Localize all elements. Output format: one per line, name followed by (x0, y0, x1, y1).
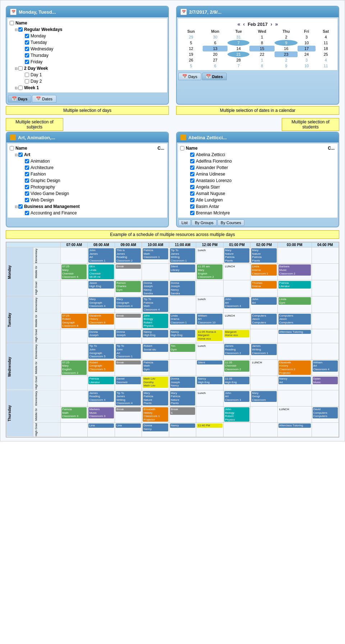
schedule-event[interactable]: LUNCH (224, 314, 249, 318)
schedule-event[interactable]: Linda Gym (279, 297, 311, 305)
calendar-day-cell[interactable]: 3 (298, 57, 316, 63)
schedule-event[interactable]: Computers Jason Computers (251, 314, 276, 325)
tree-item[interactable]: Friday (9, 59, 166, 65)
tree-item[interactable]: Architecture (9, 164, 166, 171)
schedule-event[interactable]: Robert Social stu (143, 344, 168, 352)
item-checkbox[interactable] (190, 165, 194, 170)
expand-icon[interactable]: ⊟ (15, 205, 18, 209)
schedule-event[interactable]: 11:35 High Eng (224, 377, 249, 384)
schedule-event[interactable]: Patricia Literatur (88, 377, 114, 384)
tree-item[interactable]: Adelfina Fiorentino (179, 158, 336, 164)
calendar-day-cell[interactable]: 1 (249, 34, 275, 40)
tree-item[interactable]: Web Design (9, 197, 166, 203)
schedule-event[interactable]: Patricia Math Classroom 1 (143, 248, 168, 259)
item-checkbox[interactable] (190, 159, 194, 163)
calendar-day-cell[interactable]: 12 (179, 46, 203, 51)
schedule-event[interactable]: John Art (251, 297, 276, 305)
schedule-event[interactable]: Donna Joseph (116, 330, 141, 337)
tree-item[interactable]: Tuesday (9, 39, 166, 46)
schedule-event[interactable]: Break (116, 264, 141, 269)
schedule-event[interactable]: Break (116, 407, 141, 412)
item-checkbox[interactable] (190, 153, 194, 157)
tree-item[interactable]: ⊟2 Day Week (9, 65, 166, 72)
tree-item[interactable]: Fashion (9, 171, 166, 177)
schedule-event[interactable]: William Art Classroom 4 (313, 360, 338, 372)
tree-item[interactable]: ⊟Art (9, 151, 166, 158)
schedule-event[interactable]: Nancy Art (279, 377, 311, 384)
schedule-event[interactable]: John Art Classroom 3 (224, 391, 249, 402)
item-checkbox[interactable] (25, 47, 29, 51)
expand-icon[interactable]: ⊟ (15, 86, 18, 90)
tree-item[interactable]: Day 1 (9, 72, 166, 78)
item-checkbox[interactable] (18, 86, 23, 90)
schedule-event[interactable]: LUNCH (224, 264, 249, 269)
nav-prev[interactable]: ‹ (243, 21, 245, 27)
tree-item[interactable]: Thursday (9, 52, 166, 59)
schedule-event[interactable]: John Biology Robert Physics (224, 407, 249, 422)
item-checkbox[interactable] (25, 185, 29, 189)
schedule-event[interactable]: LUNCH (251, 360, 276, 365)
tree-item[interactable]: Animation (9, 158, 166, 164)
schedule-event[interactable]: William Art Classroom 10 (197, 314, 222, 325)
tree-item[interactable]: Photography (9, 184, 166, 190)
tree-item[interactable]: Atle Lundgren (179, 197, 336, 203)
header-checkbox[interactable] (10, 146, 14, 150)
header-checkbox[interactable] (10, 21, 14, 25)
item-checkbox[interactable] (25, 60, 29, 64)
schedule-event[interactable]: 08:n Linda Chemistr 08:35 ml (88, 264, 114, 279)
item-checkbox[interactable] (25, 159, 29, 163)
item-checkbox[interactable] (25, 178, 29, 183)
calendar-day-cell[interactable]: 11 (316, 63, 336, 69)
calendar-day-cell[interactable]: 26 (179, 57, 203, 63)
item-checkbox[interactable] (190, 211, 194, 215)
schedule-event[interactable]: Daniel Geometr (116, 377, 141, 384)
item-checkbox[interactable] (25, 191, 29, 196)
cal-tab-dates[interactable]: 📅 Dates (202, 73, 227, 80)
schedule-event[interactable]: Patricia Literatur (279, 281, 311, 289)
days-tab-days[interactable]: 📅 Days (8, 95, 31, 103)
schedule-event[interactable]: Markers Music Classroom 3 (88, 407, 114, 418)
calendar-day-cell[interactable]: 11 (316, 40, 336, 46)
schedule-event[interactable]: Lina (88, 423, 114, 428)
item-checkbox[interactable] (18, 66, 23, 71)
tree-item[interactable]: ⊟Regular Weekdays (9, 26, 166, 33)
schedule-event[interactable]: Math Lev Dorothy Math Lev (143, 377, 168, 388)
schedule-event[interactable]: Elizabeth History Classroom 1 Projector (143, 407, 168, 422)
calendar-day-cell[interactable]: 5 (179, 40, 203, 46)
calendar-day-cell[interactable]: 18 (316, 46, 336, 51)
tab-by-groups[interactable]: By Groups (192, 219, 217, 226)
calendar-day-cell[interactable]: 25 (316, 51, 336, 57)
cal-tab-days[interactable]: 📅 Days (178, 73, 201, 80)
item-checkbox[interactable] (190, 178, 194, 183)
calendar-day-cell[interactable]: 3 (298, 34, 316, 40)
schedule-event[interactable]: Linda Drama Classroom 1 (251, 264, 276, 276)
tree-item[interactable]: Amina Udinese (179, 171, 336, 177)
calendar-day-cell[interactable]: 17 (298, 46, 316, 51)
tree-item[interactable]: Accounting and Finance (9, 210, 166, 216)
schedule-event[interactable]: Margaret Home eco (224, 330, 249, 337)
item-checkbox[interactable] (25, 198, 29, 202)
schedule-event[interactable]: 07:25 Mary English Classroom 2 (61, 360, 87, 375)
schedule-event[interactable]: John Biology Robert Physics (143, 314, 168, 328)
calendar-day-cell[interactable]: 9 (275, 63, 298, 69)
nav-first[interactable]: « (238, 21, 240, 27)
item-checkbox[interactable] (25, 165, 29, 170)
schedule-event[interactable]: Tip To John Geograph Classroom 5 (88, 344, 114, 358)
calendar-day-cell[interactable]: 21 (227, 51, 249, 57)
calendar-day-cell[interactable]: 22 (249, 51, 275, 57)
schedule-event[interactable]: John Art Classroom 4 (224, 297, 249, 308)
schedule-event[interactable]: Computers Jason Computers (279, 314, 311, 325)
schedule-event[interactable]: Break (116, 360, 141, 365)
schedule-event[interactable]: Elizabeth History Classroom 8 (88, 314, 114, 325)
schedule-event[interactable]: Mary Nature Patricia Plants (224, 248, 249, 263)
schedule-event[interactable]: Patricia Math Gym (143, 360, 168, 372)
schedule-event[interactable]: 11:35 Chemistr Classroom 2 (224, 360, 249, 372)
calendar-day-cell[interactable]: 9 (275, 40, 298, 46)
expand-icon[interactable]: ⊟ (15, 153, 18, 157)
item-checkbox[interactable] (190, 198, 194, 202)
schedule-event[interactable]: Ramon Charles Gym (116, 281, 141, 292)
tree-item[interactable]: ⊟Week 1 (9, 85, 166, 91)
schedule-event[interactable]: Robert Geograph Classroom 5 (88, 360, 114, 372)
item-checkbox[interactable] (25, 53, 29, 58)
schedule-event[interactable]: 11:05 Roma A Margaret Home eco (197, 330, 222, 341)
